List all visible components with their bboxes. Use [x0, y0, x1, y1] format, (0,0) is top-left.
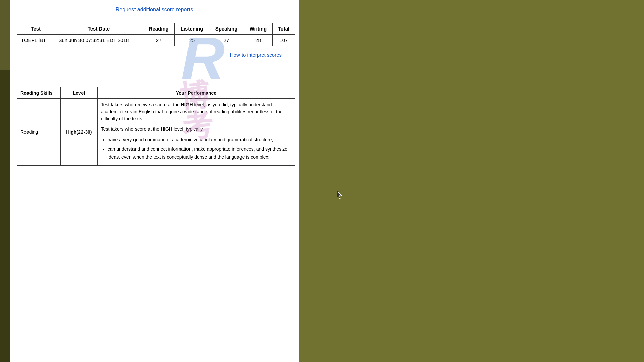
bullet-2: can understand and connect information, … — [108, 145, 291, 161]
cell-listening-score: 25 — [174, 35, 209, 46]
col-test: Test — [17, 23, 54, 35]
cell-skill-name: Reading — [17, 99, 61, 166]
high-label-2: HIGH — [161, 126, 172, 132]
document-area: Request additional score reports Test Te… — [10, 0, 299, 362]
cell-skill-level: High(22-30) — [60, 99, 97, 166]
cell-total-score: 107 — [272, 35, 295, 46]
col-total: Total — [272, 23, 295, 35]
cell-reading-score: 27 — [143, 35, 175, 46]
col-level-header: Level — [60, 87, 97, 99]
interpret-link-area: How to interpret scores — [10, 49, 299, 60]
how-to-interpret-scores-link[interactable]: How to interpret scores — [230, 52, 282, 58]
bullet-1: have a very good command of academic voc… — [108, 136, 291, 143]
cell-performance: Test takers who receive a score at the H… — [97, 99, 295, 166]
scores-table: Test Test Date Reading Listening Speakin… — [17, 23, 295, 46]
col-writing: Writing — [244, 23, 273, 35]
col-test-date: Test Date — [54, 23, 143, 35]
col-skills-header: Reading Skills — [17, 87, 61, 99]
background-olive — [288, 0, 644, 362]
skills-table: Reading Skills Level Your Performance Re… — [17, 87, 295, 166]
spacer — [10, 60, 299, 87]
table-row: TOEFL iBT Sun Jun 30 07:32:31 EDT 2018 2… — [17, 35, 295, 46]
performance-para1: Test takers who receive a score at the H… — [101, 101, 291, 122]
cell-writing-score: 28 — [244, 35, 273, 46]
header-area: Request additional score reports — [10, 0, 299, 16]
background-dark-strip — [0, 70, 10, 362]
performance-bullet-list: have a very good command of academic voc… — [101, 136, 291, 161]
skills-header-row: Reading Skills Level Your Performance — [17, 87, 295, 99]
col-listening: Listening — [174, 23, 209, 35]
performance-para2: Test takers who score at the HIGH level,… — [101, 126, 291, 133]
col-reading: Reading — [143, 23, 175, 35]
skills-section: Reading Skills Level Your Performance Re… — [10, 87, 299, 166]
scores-section: Test Test Date Reading Listening Speakin… — [10, 19, 299, 49]
cell-test-name: TOEFL iBT — [17, 35, 54, 46]
scores-header-row: Test Test Date Reading Listening Speakin… — [17, 23, 295, 35]
high-label-1: HIGH — [181, 102, 193, 107]
cell-speaking-score: 27 — [209, 35, 244, 46]
col-performance-header: Your Performance — [97, 87, 295, 99]
request-score-reports-link[interactable]: Request additional score reports — [116, 7, 193, 12]
cell-test-date: Sun Jun 30 07:32:31 EDT 2018 — [54, 35, 143, 46]
skills-row: Reading High(22-30) Test takers who rece… — [17, 99, 295, 166]
col-speaking: Speaking — [209, 23, 244, 35]
